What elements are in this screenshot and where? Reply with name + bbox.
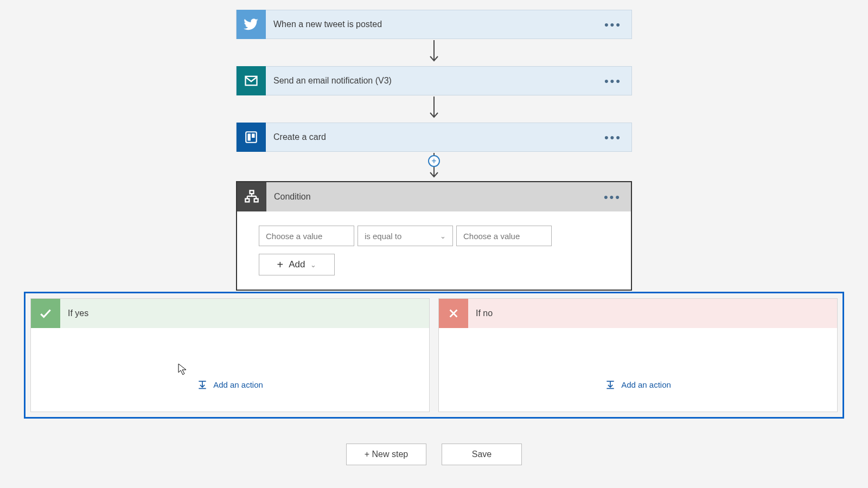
branch-if-no: If no Add an action xyxy=(438,298,838,412)
condition-block: Condition ••• is equal to ⌄ + Add ⌄ xyxy=(236,181,632,291)
condition-left-input[interactable] xyxy=(259,226,354,246)
add-action-yes[interactable]: Add an action xyxy=(197,379,263,390)
condition-icon xyxy=(237,182,266,211)
step-title: When a new tweet is posted xyxy=(266,20,382,29)
svg-rect-6 xyxy=(252,134,254,138)
branch-yes-title: If yes xyxy=(60,309,88,318)
arrow-icon xyxy=(429,39,439,66)
arrow-with-insert: + xyxy=(429,152,439,181)
branch-if-yes: If yes Add an action xyxy=(30,298,430,412)
chevron-down-icon: ⌄ xyxy=(310,261,316,269)
condition-title: Condition xyxy=(266,192,311,202)
add-label: Add xyxy=(289,259,305,270)
close-icon xyxy=(439,299,468,328)
save-button[interactable]: Save xyxy=(442,444,522,465)
twitter-icon xyxy=(237,10,266,39)
add-action-label: Add an action xyxy=(621,380,671,389)
add-action-icon xyxy=(197,379,208,390)
condition-branches: If yes Add an action If no Add an action xyxy=(24,292,844,419)
step-email[interactable]: Send an email notification (V3) ••• xyxy=(236,66,632,95)
svg-rect-13 xyxy=(245,199,249,202)
check-icon xyxy=(31,299,60,328)
mail-icon xyxy=(237,66,266,95)
condition-operator-select[interactable]: is equal to ⌄ xyxy=(358,226,453,246)
condition-right-input[interactable] xyxy=(456,226,552,246)
condition-header[interactable]: Condition ••• xyxy=(237,182,631,211)
branch-yes-header[interactable]: If yes xyxy=(31,299,429,328)
step-title: Create a card xyxy=(266,132,326,142)
svg-rect-8 xyxy=(250,190,254,194)
new-step-button[interactable]: + New step xyxy=(346,444,426,465)
branch-no-header[interactable]: If no xyxy=(439,299,837,328)
more-menu-icon[interactable]: ••• xyxy=(604,22,622,28)
arrow-icon xyxy=(429,95,439,123)
operator-label: is equal to xyxy=(365,232,401,241)
step-title: Send an email notification (V3) xyxy=(266,76,392,86)
more-menu-icon[interactable]: ••• xyxy=(604,194,621,200)
add-action-no[interactable]: Add an action xyxy=(605,379,671,390)
trello-icon xyxy=(237,123,266,152)
footer-toolbar: + New step Save xyxy=(346,444,522,465)
insert-step-button[interactable]: + xyxy=(428,155,440,167)
step-trello[interactable]: Create a card ••• xyxy=(236,123,632,152)
step-twitter[interactable]: When a new tweet is posted ••• xyxy=(236,10,632,39)
add-action-icon xyxy=(605,379,616,390)
plus-icon: + xyxy=(277,259,284,271)
add-condition-button[interactable]: + Add ⌄ xyxy=(259,254,335,275)
svg-rect-5 xyxy=(248,134,251,141)
chevron-down-icon: ⌄ xyxy=(440,232,446,240)
more-menu-icon[interactable]: ••• xyxy=(604,134,622,140)
svg-rect-14 xyxy=(254,199,258,202)
more-menu-icon[interactable]: ••• xyxy=(604,78,622,84)
branch-no-title: If no xyxy=(468,309,493,318)
add-action-label: Add an action xyxy=(213,380,263,389)
